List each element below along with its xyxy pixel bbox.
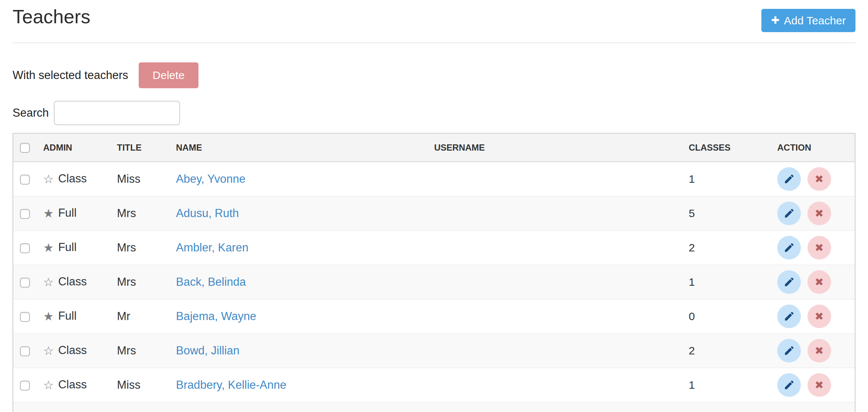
title-cell: Mrs: [111, 265, 170, 299]
header-row: ADMIN TITLE NAME USERNAME CLASSES ACTION: [13, 133, 855, 162]
classes-cell: 0: [683, 299, 772, 333]
row-checkbox[interactable]: [20, 346, 30, 356]
admin-cell: ☆Class: [38, 368, 111, 402]
delete-teacher-button[interactable]: ✖: [808, 373, 831, 397]
admin-star-icon: ☆: [43, 378, 54, 392]
row-checkbox[interactable]: [20, 243, 30, 253]
table-row: ★Full Mrs Adusu, Ruth 5 ✖: [13, 196, 855, 230]
admin-cell: ☆Class: [38, 333, 111, 368]
action-cell: ✖: [772, 196, 855, 230]
teacher-name-link[interactable]: Bradbery, Kellie-Anne: [176, 378, 286, 391]
bulk-delete-button[interactable]: Delete: [139, 62, 199, 88]
teacher-table-body: ☆Class Miss Abey, Yvonne 1 ✖ ★Full M: [13, 162, 855, 412]
admin-star-icon: ☆: [43, 275, 54, 289]
table-row-partial: [13, 402, 855, 412]
add-teacher-label: Add Teacher: [784, 14, 846, 27]
partial-row-cell: [13, 402, 855, 412]
row-checkbox-cell: [13, 333, 38, 368]
teacher-title: Mrs: [117, 275, 136, 288]
title-cell: Mrs: [111, 333, 170, 368]
teacher-name-link[interactable]: Abey, Yvonne: [176, 172, 245, 185]
table-row: ☆Class Miss Bradbery, Kellie-Anne 1 ✖: [13, 368, 855, 402]
admin-cell: ★Full: [38, 299, 111, 333]
title-cell: Mr: [111, 299, 170, 333]
admin-level-label: Class: [58, 344, 87, 357]
username-cell: [429, 196, 683, 230]
teacher-name-link[interactable]: Bajema, Wayne: [176, 310, 256, 323]
edit-teacher-button[interactable]: [777, 305, 801, 328]
row-checkbox[interactable]: [20, 381, 30, 391]
pencil-icon: [784, 379, 795, 391]
plus-icon: ✚: [771, 16, 779, 25]
teachers-table: ADMIN TITLE NAME USERNAME CLASSES ACTION…: [13, 133, 855, 412]
delete-teacher-button[interactable]: ✖: [808, 305, 831, 328]
bulk-actions-label: With selected teachers: [13, 69, 128, 82]
x-icon: ✖: [815, 173, 823, 185]
action-cell: ✖: [772, 333, 855, 368]
delete-teacher-button[interactable]: ✖: [808, 339, 831, 363]
teacher-name-link[interactable]: Bowd, Jillian: [176, 344, 239, 357]
admin-level-label: Full: [58, 309, 77, 322]
teacher-name-link[interactable]: Ambler, Karen: [176, 241, 248, 254]
header-admin: ADMIN: [38, 133, 111, 162]
delete-teacher-button[interactable]: ✖: [808, 202, 831, 225]
edit-teacher-button[interactable]: [777, 167, 801, 191]
name-cell: Abey, Yvonne: [170, 162, 429, 196]
admin-level-label: Class: [58, 378, 87, 391]
row-checkbox[interactable]: [20, 175, 30, 185]
page-container: Teachers ✚ Add Teacher With selected tea…: [0, 0, 868, 412]
header-checkbox-cell: [13, 133, 38, 162]
classes-cell: 1: [683, 368, 772, 402]
row-checkbox[interactable]: [20, 209, 30, 219]
name-cell: Bradbery, Kellie-Anne: [170, 368, 429, 402]
name-cell: Bajema, Wayne: [170, 299, 429, 333]
title-cell: Mrs: [111, 196, 170, 230]
teacher-title: Mrs: [117, 344, 136, 357]
action-cell: ✖: [772, 299, 855, 333]
edit-teacher-button[interactable]: [777, 202, 801, 225]
username-cell: [429, 230, 683, 265]
row-checkbox-cell: [13, 265, 38, 299]
x-icon: ✖: [815, 310, 823, 323]
classes-count: 1: [689, 379, 695, 391]
username-cell: [429, 333, 683, 368]
classes-count: 2: [689, 344, 695, 357]
title-cell: Miss: [111, 368, 170, 402]
admin-star-icon: ☆: [43, 172, 54, 186]
table-wrap: ADMIN TITLE NAME USERNAME CLASSES ACTION…: [13, 133, 855, 412]
edit-teacher-button[interactable]: [777, 373, 801, 397]
edit-teacher-button[interactable]: [777, 339, 801, 363]
username-cell: [429, 265, 683, 299]
teacher-name-link[interactable]: Back, Belinda: [176, 275, 246, 288]
classes-count: 1: [689, 173, 695, 185]
admin-level-label: Class: [58, 172, 87, 185]
table-row: ☆Class Mrs Bowd, Jillian 2 ✖: [13, 333, 855, 368]
admin-level-label: Full: [58, 206, 77, 219]
search-input[interactable]: [54, 101, 180, 125]
teacher-name-link[interactable]: Adusu, Ruth: [176, 207, 239, 220]
classes-count: 1: [689, 276, 695, 288]
delete-teacher-button[interactable]: ✖: [808, 236, 831, 260]
row-checkbox-cell: [13, 299, 38, 333]
bulk-actions-row: With selected teachers Delete: [13, 62, 855, 88]
row-checkbox[interactable]: [20, 278, 30, 288]
action-cell: ✖: [772, 230, 855, 265]
x-icon: ✖: [815, 241, 823, 254]
row-checkbox[interactable]: [20, 312, 30, 322]
pencil-icon: [784, 207, 795, 219]
add-teacher-button[interactable]: ✚ Add Teacher: [761, 9, 855, 32]
select-all-checkbox[interactable]: [20, 143, 30, 153]
edit-teacher-button[interactable]: [777, 270, 801, 294]
row-checkbox-cell: [13, 162, 38, 196]
header-divider: [13, 42, 855, 43]
delete-teacher-button[interactable]: ✖: [808, 167, 831, 191]
admin-star-icon: ★: [43, 309, 54, 323]
delete-teacher-button[interactable]: ✖: [808, 270, 831, 294]
classes-cell: 1: [683, 265, 772, 299]
x-icon: ✖: [815, 207, 823, 220]
header-classes: CLASSES: [683, 133, 772, 162]
username-cell: [429, 368, 683, 402]
edit-teacher-button[interactable]: [777, 236, 801, 260]
header-title: TITLE: [111, 133, 170, 162]
pencil-icon: [784, 173, 795, 185]
